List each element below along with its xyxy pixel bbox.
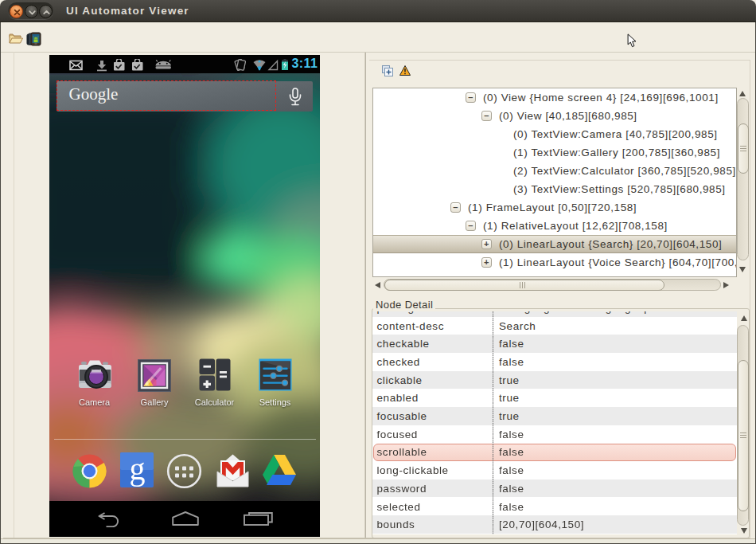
svg-text:g: g bbox=[130, 452, 146, 487]
